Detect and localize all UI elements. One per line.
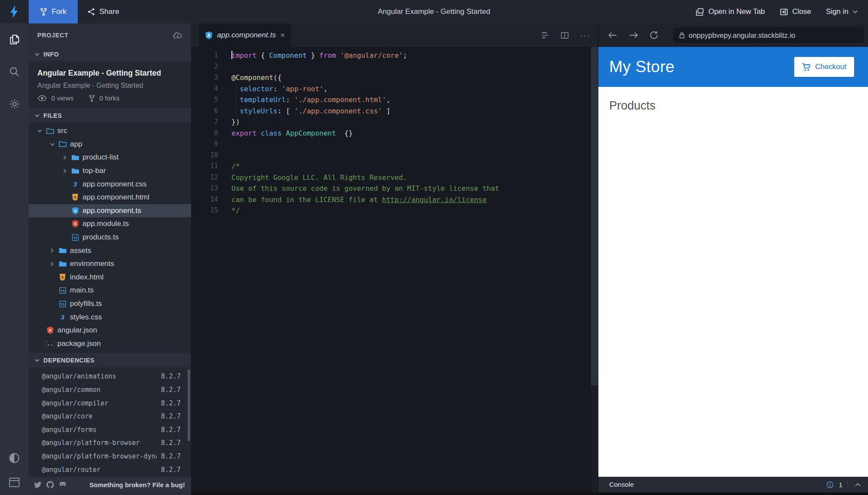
- dependency-item[interactable]: @angular/platform-browser-dynamic8.2.7: [29, 450, 191, 463]
- file-tree-item-app-component-ts[interactable]: Aapp.component.ts: [29, 204, 191, 218]
- checkout-button[interactable]: Checkout: [794, 57, 854, 77]
- info-section-header[interactable]: INFO: [29, 47, 191, 61]
- sign-in-button[interactable]: Sign in: [826, 7, 858, 16]
- code-line-7[interactable]: }): [231, 116, 499, 128]
- line-number: 6: [191, 106, 218, 117]
- svg-text:{..}: {..}: [46, 341, 54, 347]
- url-bar[interactable]: onppypbvepy.angular.stackblitz.io: [673, 27, 864, 43]
- layout-toggle-button[interactable]: [8, 476, 21, 489]
- dependencies-section-header[interactable]: DEPENDENCIES: [29, 353, 191, 367]
- settings-panel-button[interactable]: [8, 97, 21, 110]
- tab-app-component-ts[interactable]: A app.component.ts ×: [199, 23, 291, 47]
- code-line-15[interactable]: */: [231, 205, 499, 216]
- code-token: ,: [386, 96, 390, 104]
- line-number: 4: [191, 83, 218, 95]
- dependency-item[interactable]: @angular/router8.2.7: [29, 463, 191, 476]
- tab-close-icon[interactable]: ×: [280, 31, 285, 39]
- code-line-1[interactable]: import { Component } from '@angular/core…: [231, 50, 499, 61]
- console-right: 1: [826, 480, 862, 489]
- code-line-10[interactable]: [231, 150, 499, 161]
- code-line-2[interactable]: [231, 61, 499, 73]
- code-token: ,: [323, 85, 328, 93]
- file-tree-item-index-html[interactable]: 5index.html: [29, 271, 191, 284]
- code-line-3[interactable]: @Component({: [231, 72, 499, 83]
- dependency-version: 8.2.7: [161, 412, 181, 420]
- chevron-down-icon[interactable]: [47, 143, 57, 146]
- stackblitz-logo[interactable]: [0, 0, 29, 23]
- forward-icon[interactable]: [629, 32, 638, 39]
- share-button[interactable]: Share: [78, 0, 129, 23]
- editor-scrollbar[interactable]: [591, 47, 598, 495]
- file-tree-item-styles-css[interactable]: 3styles.css: [29, 310, 191, 324]
- split-editor-icon[interactable]: [561, 32, 569, 39]
- dependency-name: @angular/platform-browser-dynamic: [42, 452, 157, 460]
- file-a-bug-link[interactable]: Something broken? File a bug!: [89, 481, 185, 488]
- dependency-item[interactable]: @angular/common8.2.7: [29, 383, 191, 397]
- dependency-item[interactable]: @angular/forms8.2.7: [29, 423, 191, 436]
- file-tree-item-src[interactable]: src: [29, 124, 191, 138]
- code-line-12[interactable]: Copyright Google LLC. All Rights Reserve…: [231, 172, 499, 183]
- file-label: app.component.ts: [83, 206, 141, 215]
- code-line-8[interactable]: export class AppComponent {}: [231, 128, 499, 139]
- console-bar[interactable]: Console 1: [598, 477, 868, 492]
- editor-scrollbar-thumb[interactable]: [591, 47, 598, 385]
- dependency-item[interactable]: @angular/compiler8.2.7: [29, 396, 191, 410]
- dependency-item[interactable]: @angular/core8.2.7: [29, 410, 191, 423]
- chevron-down-icon[interactable]: [35, 129, 44, 133]
- theme-toggle-button[interactable]: [8, 452, 21, 465]
- file-tree-item-app[interactable]: app: [29, 138, 191, 151]
- code-line-6[interactable]: styleUrls: [ './app.component.css' ]: [231, 106, 499, 117]
- chevron-right-icon[interactable]: [60, 155, 69, 160]
- file-tree-item-assets[interactable]: assets: [29, 244, 191, 257]
- file-tree-item-app-component-css[interactable]: 3app.component.css: [29, 177, 191, 191]
- code-line-4[interactable]: selector: 'app-root',: [231, 83, 499, 95]
- dependency-item[interactable]: @angular/animations8.2.7: [29, 370, 191, 383]
- file-tree-item-angular-json[interactable]: Aangular.json: [29, 324, 191, 337]
- cloud-download-icon[interactable]: [173, 31, 182, 39]
- search-panel-button[interactable]: [8, 65, 21, 78]
- search-icon: [9, 66, 20, 77]
- back-icon[interactable]: [608, 32, 617, 39]
- code-token: 'app-root': [282, 85, 323, 93]
- file-tree-item-product-list[interactable]: product-list: [29, 151, 191, 164]
- file-tree-item-top-bar[interactable]: top-bar: [29, 164, 191, 178]
- prettier-format-icon[interactable]: [541, 31, 549, 39]
- file-tree-item-environments[interactable]: environments: [29, 257, 191, 271]
- file-tree-item-main-ts[interactable]: TSmain.ts: [29, 284, 191, 297]
- code-token: ;: [403, 51, 407, 60]
- dependency-item[interactable]: @angular/platform-browser8.2.7: [29, 436, 191, 450]
- svg-text:A: A: [49, 328, 52, 332]
- line-number: 9: [191, 139, 218, 150]
- code-token: {}: [336, 129, 353, 137]
- reload-icon[interactable]: [650, 31, 658, 40]
- license-link[interactable]: http://angular.io/license: [382, 196, 487, 204]
- file-tree-item-package-json[interactable]: {..}package.json: [29, 337, 191, 351]
- github-icon[interactable]: [46, 481, 54, 488]
- chevron-right-icon[interactable]: [47, 262, 57, 266]
- discord-icon[interactable]: [59, 482, 67, 488]
- close-preview-button[interactable]: Close: [780, 7, 811, 16]
- files-panel-button[interactable]: [8, 33, 21, 46]
- files-section-header[interactable]: FILES: [29, 108, 191, 123]
- dependency-name: @angular/router: [42, 466, 157, 474]
- more-options-icon[interactable]: ···: [580, 30, 590, 40]
- code-line-5[interactable]: templateUrl: './app.component.html',: [231, 94, 499, 106]
- code-line-11[interactable]: /*: [231, 161, 499, 172]
- code-line-9[interactable]: [231, 139, 499, 150]
- chevron-up-icon[interactable]: [853, 483, 862, 487]
- chevron-right-icon[interactable]: [60, 169, 69, 173]
- twitter-icon[interactable]: [34, 482, 42, 488]
- code-editor[interactable]: 123456789101112131415 import { Component…: [191, 47, 598, 216]
- fork-button[interactable]: Fork: [29, 0, 78, 23]
- html-icon: 5: [57, 273, 68, 281]
- chevron-right-icon[interactable]: [47, 248, 57, 253]
- file-tree-item-products-ts[interactable]: TSproducts.ts: [29, 231, 191, 244]
- code-line-14[interactable]: can be found in the LICENSE file at http…: [231, 194, 499, 206]
- code-token: './app.component.css': [294, 107, 382, 115]
- code-line-13[interactable]: Use of this source code is governed by a…: [231, 183, 499, 194]
- file-tree-item-polyfills-ts[interactable]: TSpolyfills.ts: [29, 297, 191, 311]
- file-tree-item-app-component-html[interactable]: 5app.component.html: [29, 191, 191, 204]
- file-tree-item-app-module-ts[interactable]: Aapp.module.ts: [29, 217, 191, 231]
- sidebar-scrollbar[interactable]: [188, 369, 190, 441]
- open-in-new-tab-button[interactable]: Open in New Tab: [696, 7, 765, 16]
